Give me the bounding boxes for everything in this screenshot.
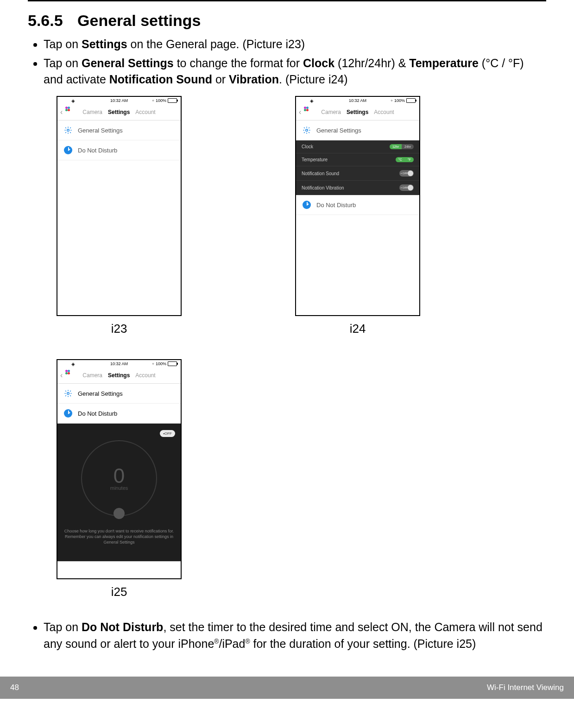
gear-icon	[64, 389, 72, 398]
svg-point-1	[306, 129, 308, 132]
top-rule	[28, 0, 546, 1]
tab-settings[interactable]: Settings	[108, 109, 130, 115]
footer-title: Wi-Fi Internet Viewing	[487, 683, 564, 692]
empty-area	[57, 160, 181, 315]
battery-percent: 100%	[394, 98, 405, 103]
instruction-list-bottom: Tap on Do Not Disturb, set the timer to …	[28, 619, 546, 652]
status-bar: ◈ 10:32 AM ⌖ 100%	[296, 97, 419, 104]
setting-temperature: Temperature °C °F	[296, 153, 419, 166]
bullet-1: Tap on Settings on the General page. (Pi…	[44, 36, 546, 52]
screenshot-i24: ◈ 10:32 AM ⌖ 100% ‹ Camera Settings Acco…	[295, 96, 420, 336]
status-bar: ◈ 10:32 AM ⌖ 100%	[57, 360, 181, 367]
row-general-settings[interactable]: General Settings	[57, 120, 181, 140]
row-label: General Settings	[316, 127, 361, 134]
row-label: Do Not Disturb	[78, 410, 117, 417]
dnd-off-pill-wrap: •OFF	[160, 428, 175, 437]
status-bar: ◈ 10:32 AM ⌖ 100%	[57, 97, 181, 104]
row-label: General Settings	[78, 127, 123, 134]
caption-i23: i23	[111, 322, 127, 336]
page-footer: 48 Wi-Fi Internet Viewing	[0, 677, 574, 699]
section-title: General settings	[77, 12, 201, 29]
wifi-icon: ◈	[310, 98, 314, 103]
caption-i25: i25	[111, 585, 127, 599]
bluetooth-icon: ⌖	[152, 98, 154, 103]
status-time: 10:32 AM	[110, 361, 128, 366]
wifi-icon: ◈	[71, 361, 75, 367]
status-time: 10:32 AM	[110, 98, 128, 103]
caption-i24: i24	[350, 322, 366, 336]
app-logo-icon	[306, 109, 313, 115]
nav-tabs: Camera Settings Account	[82, 372, 155, 379]
screenshot-i25: ◈ 10:32 AM ⌖ 100% ‹ Camera Settings Acco…	[57, 359, 182, 599]
tab-account[interactable]: Account	[135, 109, 155, 115]
dial-number: 0	[114, 466, 125, 486]
vibration-switch[interactable]: • OFF	[399, 184, 414, 191]
bottom-strip	[57, 561, 181, 578]
phone-frame-i25: ◈ 10:32 AM ⌖ 100% ‹ Camera Settings Acco…	[57, 359, 182, 579]
setting-clock: Clock 12hr 24hr	[296, 140, 419, 153]
tab-account[interactable]: Account	[135, 372, 155, 379]
nav-tabs: Camera Settings Account	[321, 109, 394, 115]
setting-notification-vibration: Notification Vibration • OFF	[296, 181, 419, 195]
tab-camera[interactable]: Camera	[82, 109, 102, 115]
screenshot-i23: ◈ 10:32 AM ⌖ 100% ‹ Camera Settings Acco…	[57, 96, 182, 336]
dial-unit: minutes	[110, 485, 128, 491]
clock-toggle[interactable]: 12hr 24hr	[390, 144, 414, 149]
sound-switch[interactable]: • OFF	[399, 170, 414, 177]
row-do-not-disturb[interactable]: Do Not Disturb	[296, 195, 419, 215]
gear-icon	[303, 126, 311, 134]
instruction-list-top: Tap on Settings on the General page. (Pi…	[28, 36, 546, 88]
section-number: 5.6.5	[28, 12, 63, 29]
bluetooth-icon: ⌖	[391, 98, 393, 103]
clock-icon	[64, 409, 72, 418]
dial-knob[interactable]	[114, 508, 125, 519]
dnd-panel: •OFF 0 minutes Choose how long you don't…	[57, 424, 181, 561]
app-logo-icon	[68, 372, 74, 379]
tab-camera[interactable]: Camera	[321, 109, 341, 115]
temperature-toggle[interactable]: °C °F	[396, 157, 414, 162]
bluetooth-icon: ⌖	[152, 361, 154, 367]
dnd-timer-dial[interactable]: 0 minutes	[81, 440, 157, 516]
tab-settings[interactable]: Settings	[108, 372, 130, 379]
row-general-settings[interactable]: General Settings	[296, 120, 419, 140]
nav-header: ‹ Camera Settings Account	[296, 104, 419, 120]
phone-frame-i23: ◈ 10:32 AM ⌖ 100% ‹ Camera Settings Acco…	[57, 96, 182, 316]
back-chevron-icon[interactable]: ‹	[299, 108, 301, 116]
nav-header: ‹ Camera Settings Account	[57, 367, 181, 384]
back-chevron-icon[interactable]: ‹	[60, 371, 63, 380]
dnd-help-text: Choose how long you don't want to receiv…	[63, 528, 175, 545]
row-label: Do Not Disturb	[78, 147, 117, 154]
back-chevron-icon[interactable]: ‹	[60, 108, 63, 116]
status-time: 10:32 AM	[349, 98, 366, 103]
empty-area	[296, 215, 419, 315]
clock-icon	[303, 201, 311, 209]
bullet-2: Tap on General Settings to change the fo…	[44, 55, 546, 88]
row-general-settings[interactable]: General Settings	[57, 384, 181, 404]
section-heading: 5.6.5 General settings	[28, 12, 546, 30]
svg-point-0	[67, 129, 69, 132]
row-do-not-disturb[interactable]: Do Not Disturb	[57, 140, 181, 160]
battery-icon	[168, 361, 177, 366]
row-label: General Settings	[78, 390, 123, 397]
setting-label: Clock	[302, 144, 313, 149]
setting-label: Notification Sound	[302, 171, 339, 176]
row-label: Do Not Disturb	[316, 202, 356, 209]
battery-icon	[406, 98, 416, 103]
screenshot-row-1: ◈ 10:32 AM ⌖ 100% ‹ Camera Settings Acco…	[57, 96, 546, 336]
battery-percent: 100%	[156, 98, 166, 103]
setting-notification-sound: Notification Sound • OFF	[296, 166, 419, 181]
setting-label: Notification Vibration	[302, 185, 344, 190]
tab-account[interactable]: Account	[374, 109, 394, 115]
page-number: 48	[10, 683, 19, 692]
tab-settings[interactable]: Settings	[347, 109, 368, 115]
nav-tabs: Camera Settings Account	[82, 109, 155, 115]
bullet-3: Tap on Do Not Disturb, set the timer to …	[44, 619, 546, 652]
nav-header: ‹ Camera Settings Account	[57, 104, 181, 120]
battery-percent: 100%	[156, 361, 166, 366]
row-do-not-disturb[interactable]: Do Not Disturb	[57, 404, 181, 424]
dnd-off-pill[interactable]: •OFF	[160, 430, 175, 437]
svg-point-2	[67, 392, 69, 395]
gear-icon	[64, 126, 72, 134]
tab-camera[interactable]: Camera	[82, 372, 102, 379]
battery-icon	[168, 98, 177, 103]
